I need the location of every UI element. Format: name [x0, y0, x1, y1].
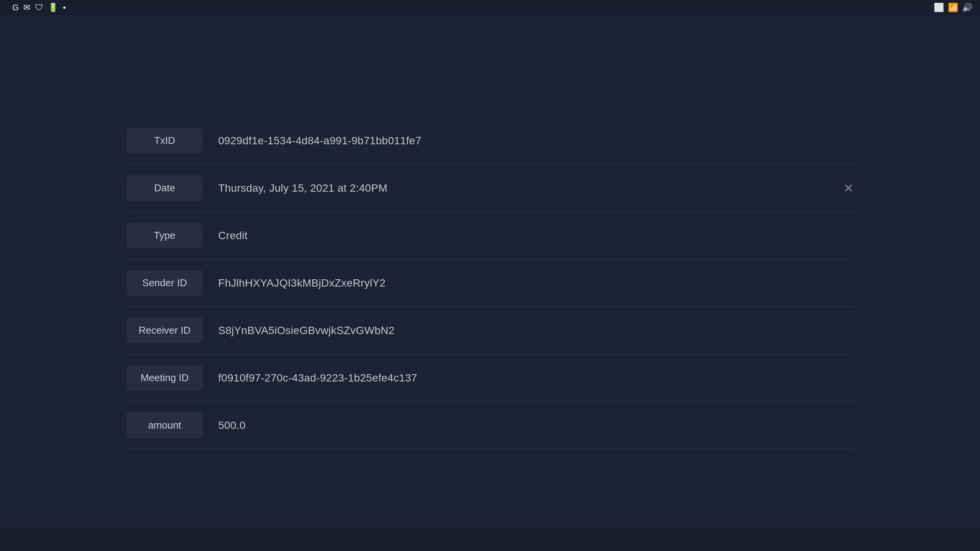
battery-icon: 🔋 — [48, 3, 58, 13]
value-receiver-id: S8jYnBVA5iOsieGBvwjkSZvGWbN2 — [218, 324, 854, 337]
value-amount: 500.0 — [218, 419, 854, 432]
value-sender-id: FhJlhHXYAJQI3kMBjDxZxeRrylY2 — [218, 277, 854, 289]
label-meeting-id: Meeting ID — [126, 365, 203, 391]
volume-icon: 🔊 — [962, 3, 972, 13]
status-bar: G ✉ 🛡 🔋 • ⬜ 📶 🔊 — [0, 0, 980, 15]
bottom-bar — [0, 528, 980, 551]
form-row-date: DateThursday, July 15, 2021 at 2:40PM✕ — [126, 165, 854, 212]
wifi-icon: 📶 — [948, 3, 958, 13]
label-amount: amount — [126, 412, 203, 438]
form-row-sender-id: Sender IDFhJlhHXYAJQI3kMBjDxZxeRrylY2 — [126, 259, 854, 307]
google-icon: G — [12, 3, 19, 13]
mail-icon: ✉ — [23, 3, 30, 13]
status-bar-left: G ✉ 🛡 🔋 • — [8, 3, 66, 13]
label-sender-id: Sender ID — [126, 270, 203, 296]
label-date: Date — [126, 175, 203, 201]
label-type: Type — [126, 223, 203, 248]
dot-icon: • — [63, 3, 66, 13]
form-row-receiver-id: Receiver IDS8jYnBVA5iOsieGBvwjkSZvGWbN2 — [126, 307, 854, 354]
value-meeting-id: f0910f97-270c-43ad-9223-1b25efe4c137 — [218, 372, 854, 384]
form-row-meeting-id: Meeting IDf0910f97-270c-43ad-9223-1b25ef… — [126, 354, 854, 402]
main-content: TxID0929df1e-1534-4d84-a991-9b71bb011fe7… — [0, 0, 980, 551]
value-txid: 0929df1e-1534-4d84-a991-9b71bb011fe7 — [218, 135, 854, 147]
label-receiver-id: Receiver ID — [126, 318, 203, 343]
status-bar-right: ⬜ 📶 🔊 — [934, 3, 972, 13]
label-txid: TxID — [126, 128, 203, 153]
form-row-type: TypeCredit — [126, 212, 854, 259]
value-date: Thursday, July 15, 2021 at 2:40PM — [218, 182, 836, 194]
form-row-txid: TxID0929df1e-1534-4d84-a991-9b71bb011fe7 — [126, 117, 854, 165]
shield-icon: 🛡 — [35, 3, 43, 13]
value-type: Credit — [218, 230, 854, 242]
form-container: TxID0929df1e-1534-4d84-a991-9b71bb011fe7… — [126, 117, 854, 449]
clear-date-icon[interactable]: ✕ — [843, 181, 854, 196]
screen-icon: ⬜ — [934, 3, 944, 13]
form-row-amount: amount500.0 — [126, 402, 854, 449]
